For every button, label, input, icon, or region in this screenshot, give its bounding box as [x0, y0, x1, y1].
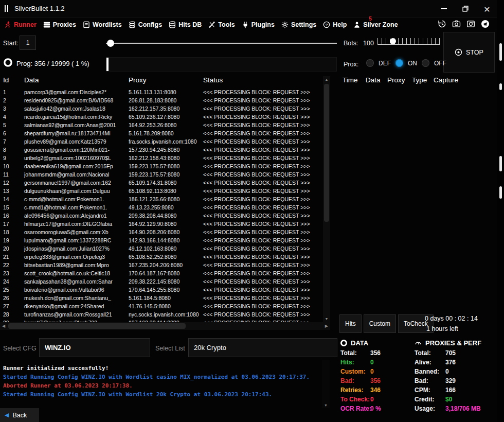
table-row[interactable]: 17 hilmarjzc17@gmail.com:DIEGOfabia 164.… — [0, 220, 323, 228]
cell-id: 4 — [3, 113, 22, 121]
scroll-down-arrow[interactable]: ▼ — [323, 317, 330, 321]
start-input[interactable] — [20, 36, 36, 50]
menu-item-configs[interactable]: Configs — [129, 21, 163, 28]
telegram-button[interactable] — [481, 20, 490, 30]
back-arrow-icon: ◀ — [5, 412, 9, 418]
stat-label: Banned: — [415, 368, 445, 375]
table-row[interactable]: 28 turofinanzas@gmail.com:Rossgall21 nyc… — [0, 310, 323, 319]
cell-status: <<< PROCESSING BLOCK: REQUEST >>> — [203, 88, 323, 96]
table-row[interactable]: 19 lupulmaro@gmail.com:13372288RC 142.93… — [0, 236, 323, 244]
stat-value: 346 — [370, 386, 381, 394]
table-row[interactable]: 22 bitsebastian1989@gmail.com:Mpro 167.2… — [0, 261, 323, 269]
stat-label: Total: — [415, 349, 445, 357]
table-row[interactable]: 27 dkenyarko@gmail.com:24Shared 41.76.14… — [0, 302, 323, 310]
table-row[interactable]: 15 c-mmd1@hotmail.com:Pokemon1. 49.13.23… — [0, 203, 323, 212]
menu-label: Proxies — [53, 21, 76, 28]
menu-label: Configs — [138, 21, 163, 28]
page-scrollbar-thumb[interactable] — [499, 43, 502, 61]
cell-data: bitsebastian1989@gmail.com:Mpro — [24, 261, 127, 269]
vertical-scroll-thumb[interactable] — [324, 84, 329, 222]
tab-custom[interactable]: Custom — [364, 314, 396, 333]
table-row[interactable]: 26 mukesh.dcn@gmail.com:Shantanu_ 5.161.… — [0, 294, 323, 302]
stat-row: Banned: 0 — [415, 367, 503, 376]
menu-item-hits-db[interactable]: Hits DB — [169, 21, 202, 28]
stat-value: 705 — [445, 349, 456, 357]
table-row[interactable]: 11 johanmsmdm@gmail.com:Nacional 159.223… — [0, 170, 323, 179]
menu-item-help[interactable]: ? Help — [323, 21, 347, 28]
cell-id: 11 — [3, 170, 22, 179]
menu-item-wordlists[interactable]: Wordlists — [83, 21, 122, 28]
cell-proxy: 162.212.157.35:8080 — [129, 104, 202, 113]
scroll-left-arrow[interactable]: ◀ — [2, 324, 5, 328]
table-row[interactable]: 3 salasjulio42@gmail.com:Jsalas18 162.21… — [0, 104, 323, 113]
proxy-def-radio[interactable] — [366, 59, 374, 67]
column-header-type: Type — [412, 76, 427, 84]
wordlist-input[interactable] — [188, 338, 337, 357]
scroll-right-arrow[interactable]: ▶ — [325, 324, 328, 328]
log-line: Started Running Config WINZ.IO with Word… — [3, 390, 322, 399]
cell-data: orpeleg333@gmail.com:Orpeleg3 — [24, 253, 127, 261]
table-row[interactable]: 10 daaberenika619@gmail.com:2015Ep 159.2… — [0, 162, 323, 170]
menu-item-runner[interactable]: Runner — [4, 21, 37, 28]
cell-data: plushev89@gmail.com:Katz13579 — [24, 137, 127, 146]
cell-proxy: 5.161.113.131:8080 — [129, 88, 202, 96]
table-row[interactable]: 29 barrett7@gmail.com:Planb708 187.162.3… — [0, 319, 323, 322]
table-row[interactable]: 7 plushev89@gmail.com:Katz13579 fra.sock… — [0, 137, 323, 146]
cell-id: 14 — [3, 195, 22, 203]
stat-value: 0 — [370, 359, 374, 366]
config-input[interactable] — [39, 338, 150, 357]
horizontal-scroll-thumb[interactable] — [8, 323, 186, 329]
cell-data: c-mmd@hotmail.com:Pokemon1. — [24, 195, 127, 203]
table-row[interactable]: 6 shepardfurry@mail.ru:181734714Mi 5.161… — [0, 129, 323, 137]
bots-slider[interactable] — [377, 38, 440, 45]
scroll-up-arrow[interactable]: ▲ — [323, 78, 330, 81]
menu-item-settings[interactable]: Settings — [281, 21, 316, 28]
bots-slider-thumb[interactable] — [390, 38, 396, 44]
progress-text: Prog: 356 / 19999 ( 1 %) — [16, 60, 89, 67]
table-row[interactable]: 23 scott_crook@hotmail.co.uk:Celtic18 17… — [0, 269, 323, 277]
table-row[interactable]: 21 orpeleg333@gmail.com:Orpeleg3 65.108.… — [0, 253, 323, 261]
table-row[interactable]: 16 ale096456@gmail.com:Alejandro1 209.38… — [0, 212, 323, 220]
svg-text:?: ? — [326, 23, 328, 27]
screenshot-button[interactable] — [452, 20, 461, 30]
table-row[interactable]: 5 salmianas92@gmail.com:Anas@2001 164.92… — [0, 121, 323, 129]
cell-data: salmianas92@gmail.com:Anas@2001 — [24, 121, 127, 129]
select-cfg-label: Select CFG — [3, 345, 37, 352]
menu-item-tools[interactable]: Tools — [208, 21, 235, 28]
table-row[interactable]: 1 pamcorp3@gmail.com:Disciples2* 5.161.1… — [0, 88, 323, 96]
menu-item-plugins[interactable]: Plugins — [242, 21, 275, 28]
table-row[interactable]: 25 boivalerio@gmail.com:Vultaboi96 170.6… — [0, 286, 323, 294]
table-row[interactable]: 14 c-mmd@hotmail.com:Pokemon1. 186.121.2… — [0, 195, 323, 203]
log-scroll-down-arrow[interactable]: ▼ — [322, 403, 330, 407]
menu-label: Settings — [291, 21, 316, 28]
minimize-button[interactable] — [437, 0, 451, 17]
table-row[interactable]: 12 gersonmanuel1997@gmail.com:162 65.109… — [0, 179, 323, 187]
cell-id: 13 — [3, 187, 22, 195]
menu-item-silver-zone[interactable]: 5 Silver Zone — [353, 21, 398, 28]
start-slider-thumb[interactable] — [107, 40, 114, 47]
table-row[interactable]: 20 jdospinas@gmail.com:Julian1027% 49.12… — [0, 244, 323, 253]
close-button[interactable]: × — [480, 0, 494, 17]
table-row[interactable]: 13 dulguunukhaan@gmail.com:Dulguu 65.108… — [0, 187, 323, 195]
screen-capture-button[interactable] — [466, 20, 475, 30]
cell-proxy: 5.161.184.5:8080 — [129, 294, 202, 302]
cell-proxy: 41.76.145.5:8080 — [129, 302, 202, 310]
cell-status: <<< PROCESSING BLOCK: REQUEST >>> — [203, 302, 323, 310]
table-row[interactable]: 18 osaroomorogiuwa5@gmail.com:Xb 164.90.… — [0, 228, 323, 236]
tab-hits[interactable]: Hits — [339, 314, 362, 333]
table-row[interactable]: 2 residend0925@gmail.com:BAVID568 206.81… — [0, 96, 323, 104]
menu-label: Runner — [14, 21, 37, 28]
proxy-on-radio[interactable] — [395, 59, 403, 67]
proxy-off-radio[interactable] — [422, 59, 429, 67]
menu-item-proxies[interactable]: Proxies — [43, 21, 76, 28]
table-row[interactable]: 4 ricardo.garcia15@hotmail.com:Ricky 65.… — [0, 113, 323, 121]
stop-button[interactable]: STOP — [455, 48, 483, 56]
cell-data: ricardo.garcia15@hotmail.com:Ricky — [24, 113, 127, 121]
back-button[interactable]: ◀ Back — [0, 408, 39, 422]
history-button[interactable] — [438, 20, 446, 30]
maximize-button[interactable] — [459, 0, 472, 17]
table-row[interactable]: 8 gosusierra@gmail.com:120Min021- 157.23… — [0, 146, 323, 154]
start-slider[interactable] — [106, 43, 337, 44]
table-row[interactable]: 24 sankalpasahan38@gmail.com:Sahar 209.3… — [0, 277, 323, 286]
table-row[interactable]: 9 uribelg2@gmail.com:1002160970$L 162.21… — [0, 154, 323, 162]
